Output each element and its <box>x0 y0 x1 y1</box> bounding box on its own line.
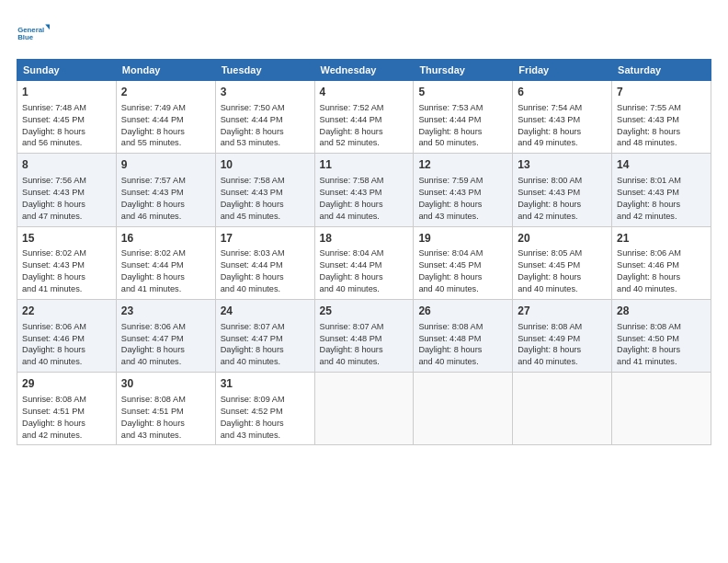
calendar-cell: 27Sunrise: 8:08 AMSunset: 4:49 PMDayligh… <box>513 299 612 372</box>
calendar-header-wednesday: Wednesday <box>314 60 414 81</box>
day-info-line: Daylight: 8 hours <box>22 418 111 430</box>
day-info-line: Sunset: 4:43 PM <box>221 187 310 199</box>
day-info-line: Sunrise: 8:07 AM <box>221 321 310 333</box>
day-info-line: and 40 minutes. <box>518 283 607 295</box>
day-info-line: Sunset: 4:46 PM <box>617 259 706 271</box>
calendar-header-friday: Friday <box>513 60 612 81</box>
day-info-line: and 47 minutes. <box>22 211 111 223</box>
calendar-cell: 29Sunrise: 8:08 AMSunset: 4:51 PMDayligh… <box>17 373 117 445</box>
day-info-line: Daylight: 8 hours <box>518 126 607 138</box>
day-info-line: Sunset: 4:43 PM <box>22 259 111 271</box>
day-info-line: Sunrise: 8:08 AM <box>22 394 111 406</box>
calendar-header-sunday: Sunday <box>17 60 117 81</box>
day-info-line: Daylight: 8 hours <box>22 126 111 138</box>
calendar-cell: 17Sunrise: 8:03 AMSunset: 4:44 PMDayligh… <box>215 226 314 299</box>
calendar-header-monday: Monday <box>116 60 215 81</box>
day-number: 23 <box>121 304 210 319</box>
calendar-cell: 10Sunrise: 7:58 AMSunset: 4:43 PMDayligh… <box>215 154 314 226</box>
calendar-cell: 5Sunrise: 7:53 AMSunset: 4:44 PMDaylight… <box>414 81 513 154</box>
day-info-line: Sunrise: 7:54 AM <box>518 102 607 114</box>
day-info-line: Daylight: 8 hours <box>221 344 310 356</box>
day-number: 5 <box>418 85 507 100</box>
day-info-line: and 40 minutes. <box>121 356 210 368</box>
day-info-line: Sunrise: 7:50 AM <box>221 102 310 114</box>
day-number: 19 <box>418 231 507 247</box>
day-info-line: Daylight: 8 hours <box>320 126 409 138</box>
day-info-line: Sunset: 4:45 PM <box>22 114 111 126</box>
day-info-line: Daylight: 8 hours <box>418 344 507 356</box>
day-info-line: Daylight: 8 hours <box>320 271 409 283</box>
calendar-cell: 24Sunrise: 8:07 AMSunset: 4:47 PMDayligh… <box>215 299 314 372</box>
day-info-line: Sunrise: 8:08 AM <box>418 321 507 333</box>
day-number: 11 <box>320 157 409 173</box>
svg-text:General: General <box>17 26 44 34</box>
day-number: 1 <box>22 85 111 100</box>
day-number: 7 <box>617 85 706 100</box>
day-info-line: Daylight: 8 hours <box>22 199 111 211</box>
day-info-line: Sunset: 4:43 PM <box>518 187 607 199</box>
calendar-week-row: 8Sunrise: 7:56 AMSunset: 4:43 PMDaylight… <box>17 154 711 226</box>
calendar-week-row: 1Sunrise: 7:48 AMSunset: 4:45 PMDaylight… <box>17 81 711 154</box>
day-number: 28 <box>617 304 706 319</box>
calendar-cell <box>314 373 414 445</box>
calendar-cell: 4Sunrise: 7:52 AMSunset: 4:44 PMDaylight… <box>314 81 414 154</box>
day-info-line: Sunset: 4:48 PM <box>320 333 409 345</box>
day-number: 22 <box>22 304 111 319</box>
day-number: 12 <box>418 157 507 173</box>
day-info-line: Sunset: 4:43 PM <box>617 187 706 199</box>
day-info-line: Sunrise: 8:07 AM <box>320 321 409 333</box>
day-number: 31 <box>221 376 310 392</box>
svg-marker-2 <box>45 24 50 30</box>
day-info-line: Sunrise: 8:02 AM <box>121 247 210 259</box>
calendar-cell: 16Sunrise: 8:02 AMSunset: 4:44 PMDayligh… <box>116 226 215 299</box>
day-info-line: Daylight: 8 hours <box>121 126 210 138</box>
day-info-line: Sunset: 4:51 PM <box>22 406 111 418</box>
day-info-line: Sunrise: 7:59 AM <box>418 175 507 187</box>
day-info-line: Sunrise: 8:06 AM <box>121 321 210 333</box>
day-info-line: Daylight: 8 hours <box>518 344 607 356</box>
calendar-cell: 31Sunrise: 8:09 AMSunset: 4:52 PMDayligh… <box>215 373 314 445</box>
day-number: 13 <box>518 157 607 173</box>
day-info-line: and 40 minutes. <box>418 356 507 368</box>
day-number: 6 <box>518 85 607 100</box>
day-info-line: Daylight: 8 hours <box>221 271 310 283</box>
calendar-cell: 20Sunrise: 8:05 AMSunset: 4:45 PMDayligh… <box>513 226 612 299</box>
day-info-line: Daylight: 8 hours <box>617 271 706 283</box>
day-info-line: Sunrise: 8:08 AM <box>518 321 607 333</box>
day-info-line: Daylight: 8 hours <box>221 199 310 211</box>
day-info-line: and 46 minutes. <box>121 211 210 223</box>
day-number: 26 <box>418 304 507 319</box>
calendar-cell: 26Sunrise: 8:08 AMSunset: 4:48 PMDayligh… <box>414 299 513 372</box>
day-info-line: Sunset: 4:47 PM <box>121 333 210 345</box>
day-info-line: Sunrise: 8:04 AM <box>418 247 507 259</box>
calendar-cell: 18Sunrise: 8:04 AMSunset: 4:44 PMDayligh… <box>314 226 414 299</box>
day-info-line: and 41 minutes. <box>121 283 210 295</box>
day-info-line: and 41 minutes. <box>22 283 111 295</box>
logo: General Blue <box>17 17 50 50</box>
calendar-header-saturday: Saturday <box>612 60 711 81</box>
day-info-line: Sunset: 4:43 PM <box>518 114 607 126</box>
day-number: 3 <box>221 85 310 100</box>
calendar-cell: 3Sunrise: 7:50 AMSunset: 4:44 PMDaylight… <box>215 81 314 154</box>
day-info-line: Daylight: 8 hours <box>518 271 607 283</box>
day-info-line: Daylight: 8 hours <box>617 126 706 138</box>
calendar-cell: 28Sunrise: 8:08 AMSunset: 4:50 PMDayligh… <box>612 299 711 372</box>
day-info-line: and 53 minutes. <box>221 137 310 149</box>
calendar-cell: 15Sunrise: 8:02 AMSunset: 4:43 PMDayligh… <box>17 226 117 299</box>
day-info-line: Sunset: 4:45 PM <box>418 259 507 271</box>
day-number: 29 <box>22 376 111 392</box>
day-info-line: Sunset: 4:49 PM <box>518 333 607 345</box>
day-info-line: and 45 minutes. <box>221 211 310 223</box>
day-info-line: and 40 minutes. <box>518 356 607 368</box>
day-number: 20 <box>518 231 607 247</box>
day-info-line: Sunrise: 8:03 AM <box>221 247 310 259</box>
day-info-line: Sunrise: 7:53 AM <box>418 102 507 114</box>
calendar-cell: 13Sunrise: 8:00 AMSunset: 4:43 PMDayligh… <box>513 154 612 226</box>
day-number: 25 <box>320 304 409 319</box>
day-info-line: Daylight: 8 hours <box>418 199 507 211</box>
day-info-line: and 42 minutes. <box>518 211 607 223</box>
calendar-cell: 8Sunrise: 7:56 AMSunset: 4:43 PMDaylight… <box>17 154 117 226</box>
day-info-line: and 52 minutes. <box>320 137 409 149</box>
day-info-line: and 43 minutes. <box>121 430 210 442</box>
day-number: 4 <box>320 85 409 100</box>
